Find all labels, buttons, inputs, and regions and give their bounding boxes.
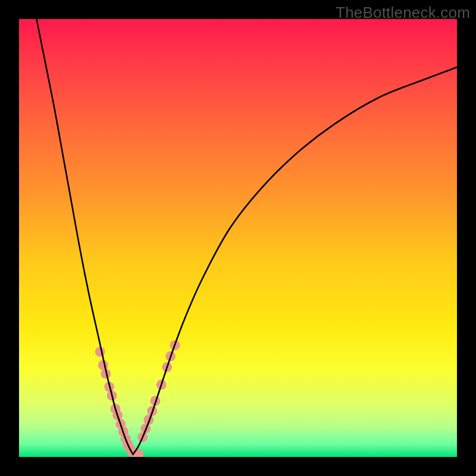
curves-layer xyxy=(19,19,457,457)
data-marker xyxy=(95,347,105,357)
plot-area xyxy=(19,19,457,457)
curve-right-branch xyxy=(133,67,457,455)
marker-layer xyxy=(95,340,180,457)
curve-left-branch xyxy=(36,19,133,455)
watermark-text: TheBottleneck.com xyxy=(336,4,470,22)
chart-frame: TheBottleneck.com xyxy=(0,0,476,476)
